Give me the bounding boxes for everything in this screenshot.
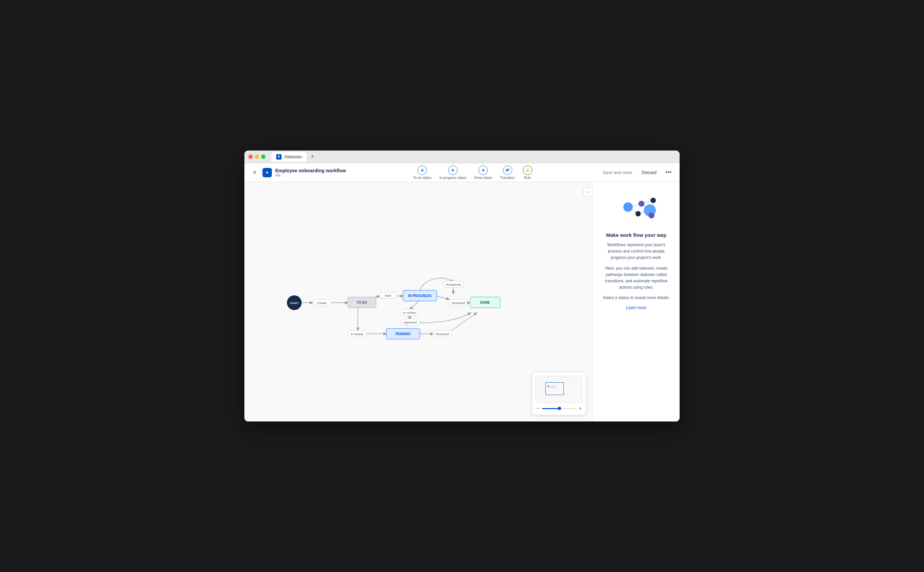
browser-tab[interactable]: Atlassian bbox=[271, 152, 307, 162]
approved-label: Approved bbox=[404, 320, 417, 324]
start-label: START bbox=[290, 302, 299, 305]
titlebar: Atlassian + bbox=[245, 151, 679, 163]
line-inprogress-resolved1 bbox=[436, 296, 449, 299]
tab-title: Atlassian bbox=[284, 154, 302, 159]
workflow-diagram: START Create TO DO Start IN PROGRESS bbox=[282, 247, 517, 356]
minimap-highlight bbox=[545, 382, 564, 395]
rule-button[interactable]: ⚡ Rule bbox=[523, 166, 532, 180]
zoom-out-button[interactable]: − bbox=[536, 406, 540, 412]
new-tab-button[interactable]: + bbox=[311, 153, 314, 160]
zoom-in-button[interactable]: + bbox=[578, 406, 583, 412]
inprogress-status-icon: + bbox=[448, 166, 458, 175]
app-toolbar: ✕ + Employee onboarding workflow HR + To… bbox=[245, 163, 679, 182]
inprogress-label: IN PROGRESS bbox=[408, 294, 432, 298]
line-approved-done bbox=[418, 313, 471, 323]
todo-status-label: To-do status bbox=[413, 176, 431, 180]
workflow-title: Employee onboarding workflow bbox=[275, 168, 346, 173]
svg-point-12 bbox=[648, 212, 654, 218]
learn-more-link[interactable]: Learn more bbox=[626, 305, 647, 310]
close-workflow-button[interactable]: ✕ bbox=[250, 168, 259, 177]
resolved2-label: Resolved bbox=[436, 332, 449, 336]
panel-desc-1: Workflows represent your team's process … bbox=[601, 242, 672, 261]
expand-panel-button[interactable]: › bbox=[583, 187, 592, 197]
more-options-button[interactable]: ••• bbox=[662, 168, 674, 177]
svg-point-11 bbox=[650, 198, 656, 203]
resolved1-label: Resolved bbox=[452, 301, 465, 305]
illustration-svg bbox=[613, 192, 660, 225]
inprogress-status-label: In-progress status bbox=[439, 176, 466, 180]
svg-point-8 bbox=[639, 201, 645, 207]
start-trans-label: Start bbox=[385, 294, 391, 297]
toolbar-left: ✕ + Employee onboarding workflow HR bbox=[250, 168, 346, 177]
reopened-label: Reopened bbox=[446, 283, 461, 286]
pending-label: PENDING bbox=[396, 332, 411, 336]
create-label: Create bbox=[317, 301, 327, 305]
svg-point-9 bbox=[636, 211, 641, 216]
zoom-thumb[interactable] bbox=[558, 407, 561, 410]
save-close-button[interactable]: Save and close bbox=[599, 168, 636, 177]
todo-status-icon: + bbox=[418, 166, 427, 175]
rule-icon: ⚡ bbox=[523, 166, 532, 175]
panel-title: Make work flow your way bbox=[606, 232, 666, 238]
line-inprogress-inreview bbox=[410, 300, 420, 309]
close-traffic-light[interactable] bbox=[248, 155, 253, 159]
app-window: Atlassian + ✕ + Employee onboarding work… bbox=[245, 151, 679, 421]
add-workflow-button[interactable]: + bbox=[262, 168, 272, 177]
plus-icon: + bbox=[265, 169, 268, 176]
chevron-right-icon: › bbox=[587, 190, 589, 194]
done-status-label: Done status bbox=[474, 176, 492, 180]
maximize-traffic-light[interactable] bbox=[261, 155, 265, 159]
workflow-subtitle: HR bbox=[275, 173, 346, 177]
panel-illustration bbox=[613, 192, 660, 225]
minimap-view bbox=[536, 376, 583, 403]
minimap-lines bbox=[550, 385, 556, 388]
atlassian-logo-icon bbox=[276, 154, 282, 160]
inprogress-status-button[interactable]: + In-progress status bbox=[439, 166, 466, 180]
line-resolved2-done2 bbox=[452, 313, 477, 331]
right-panel: Make work flow your way Workflows repres… bbox=[592, 182, 679, 421]
panel-desc-2: Here, you can add statuses, create pathw… bbox=[601, 265, 672, 291]
canvas-area[interactable]: START Create TO DO Start IN PROGRESS bbox=[245, 182, 592, 421]
traffic-lights bbox=[248, 155, 265, 159]
done-status-icon: + bbox=[478, 166, 488, 175]
minimap: − + bbox=[532, 373, 586, 415]
close-icon: ✕ bbox=[252, 169, 257, 176]
workflow-svg: START Create TO DO Start IN PROGRESS bbox=[282, 247, 517, 354]
zoom-track bbox=[542, 408, 559, 409]
workflow-info: Employee onboarding workflow HR bbox=[275, 168, 346, 177]
transition-button[interactable]: ⇄ Transition bbox=[500, 166, 515, 180]
discard-button[interactable]: Discard bbox=[639, 168, 660, 177]
inreview1-label: In review bbox=[403, 311, 416, 314]
inreview2-label: In review bbox=[351, 332, 363, 336]
toolbar-right: Save and close Discard ••• bbox=[599, 168, 674, 177]
done-label: DONE bbox=[480, 301, 490, 305]
minimap-dot bbox=[548, 385, 549, 387]
todo-status-button[interactable]: + To-do status bbox=[413, 166, 431, 180]
transition-label: Transition bbox=[500, 176, 515, 180]
toolbar-center: + To-do status + In-progress status + Do… bbox=[346, 166, 600, 180]
svg-point-7 bbox=[623, 202, 633, 212]
rule-label: Rule bbox=[524, 176, 531, 180]
zoom-slider[interactable] bbox=[542, 408, 576, 409]
main-content: START Create TO DO Start IN PROGRESS bbox=[245, 182, 679, 421]
transition-icon: ⇄ bbox=[503, 166, 512, 175]
minimap-line-1 bbox=[550, 385, 556, 386]
panel-desc-3: Select a status to reveal more details. bbox=[603, 295, 670, 301]
minimize-traffic-light[interactable] bbox=[255, 155, 259, 159]
minimap-line-2 bbox=[550, 387, 555, 388]
todo-label: TO DO bbox=[357, 301, 367, 305]
minimap-controls: − + bbox=[536, 406, 583, 412]
done-status-button[interactable]: + Done status bbox=[474, 166, 492, 180]
